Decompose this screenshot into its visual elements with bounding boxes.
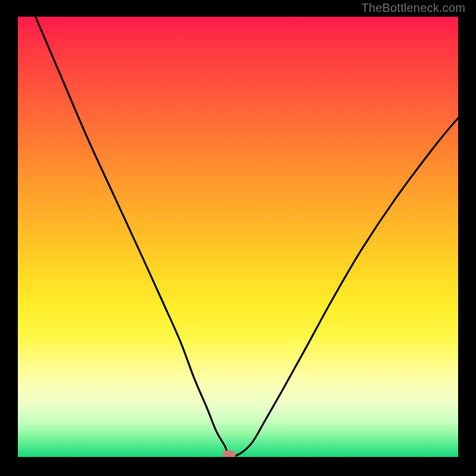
watermark-text: TheBottleneck.com <box>361 1 465 15</box>
plot-area <box>18 17 458 457</box>
optimum-marker <box>223 450 236 457</box>
curve-svg <box>18 17 458 457</box>
bottleneck-curve-path <box>36 17 458 456</box>
chart-container: TheBottleneck.com <box>0 0 476 476</box>
